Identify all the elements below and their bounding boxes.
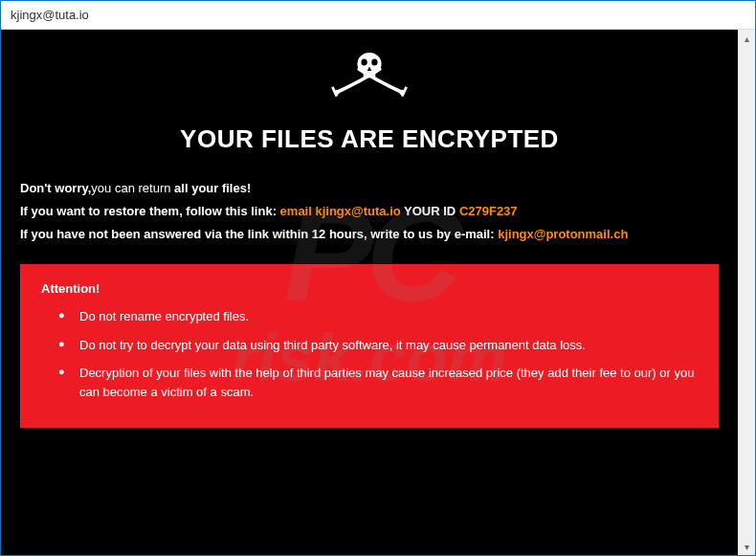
primary-email: kjingx@tuta.io [315, 204, 400, 218]
skull-logo [20, 44, 719, 110]
skull-crossbones-icon [326, 44, 412, 106]
secondary-email: kjingx@protonmail.ch [498, 227, 628, 241]
list-item: Do not try to decrypt your data using th… [58, 336, 698, 355]
window-title: kjingx@tuta.io [11, 8, 89, 22]
scroll-down-icon[interactable]: ▾ [738, 538, 755, 555]
main-content: PC risk.com [1, 30, 738, 555]
user-id: C279F237 [459, 204, 518, 218]
list-item: Do not rename encrypted files. [58, 307, 698, 326]
list-item: Decryption of your files with the help o… [58, 364, 698, 401]
scroll-up-icon[interactable]: ▴ [738, 30, 755, 47]
attention-box: Attention! Do not rename encrypted files… [20, 264, 719, 428]
info-block: Don't worry,you can return all your file… [20, 178, 719, 245]
attention-title: Attention! [41, 281, 698, 296]
page-title: YOUR FILES ARE ENCRYPTED [20, 124, 719, 154]
content-area: PC risk.com [1, 30, 755, 555]
attention-list: Do not rename encrypted files. Do not tr… [41, 307, 698, 401]
vertical-scrollbar[interactable]: ▴ ▾ [738, 30, 755, 555]
titlebar: kjingx@tuta.io [1, 1, 755, 30]
info-line-3: If you have not been answered via the li… [20, 224, 719, 245]
info-line-1: Don't worry,you can return all your file… [20, 178, 719, 199]
info-line-2: If you want to restore them, follow this… [20, 201, 719, 222]
svg-point-2 [361, 58, 367, 65]
svg-point-3 [371, 58, 377, 65]
